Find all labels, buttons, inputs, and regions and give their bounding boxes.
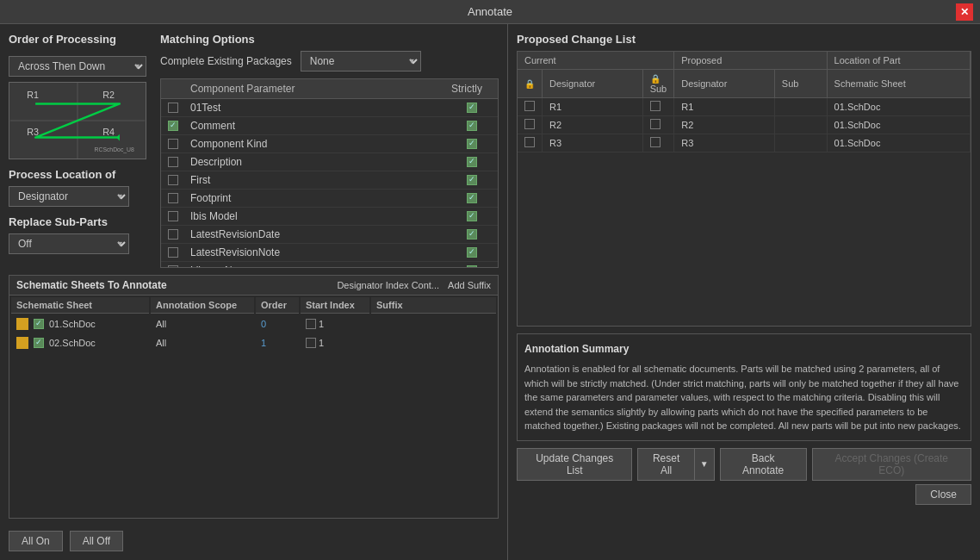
- current-sub-cb-r3[interactable]: [650, 137, 661, 147]
- proposed-sub-r2: [774, 116, 827, 134]
- order-of-processing-label: Order of Processing: [9, 33, 146, 46]
- proposed-row: R1 R1 01.SchDoc: [518, 98, 971, 116]
- checkbox-component-kind[interactable]: [168, 139, 178, 149]
- current-group-header: Current: [518, 52, 674, 70]
- strictly-description[interactable]: [467, 157, 477, 167]
- current-sub-cb-r1[interactable]: [650, 101, 661, 111]
- current-designator-r3: R3: [543, 134, 643, 152]
- row-checkbox-1[interactable]: [34, 319, 44, 329]
- proposed-row: R2 R2 01.SchDoc: [518, 116, 971, 134]
- accept-changes-button[interactable]: Accept Changes (Create ECO): [812, 448, 971, 481]
- param-name: Footprint: [185, 190, 446, 208]
- start-index-1: 1: [319, 319, 324, 329]
- strictly-01test[interactable]: [467, 103, 477, 113]
- sheets-title: Schematic Sheets To Annotate: [16, 279, 167, 291]
- proposed-designator-r2: R2: [674, 116, 775, 134]
- row-cb-r3[interactable]: [524, 137, 535, 147]
- order-of-processing-dropdown[interactable]: Across Then Down Down Then Across By X P…: [9, 56, 146, 77]
- row-cb-r1[interactable]: [524, 101, 535, 111]
- sheet-r2: 01.SchDoc: [827, 116, 970, 134]
- order-of-processing-dropdown-wrapper: Across Then Down Down Then Across By X P…: [9, 56, 146, 77]
- param-name: Comment: [185, 117, 446, 135]
- start-index-cb-2[interactable]: [306, 338, 316, 348]
- title-bar: Annotate ✕: [0, 0, 980, 24]
- row-cb-r2[interactable]: [524, 119, 535, 129]
- replace-sub-parts-dropdown[interactable]: Off On: [9, 233, 129, 254]
- strictly-first[interactable]: [467, 175, 477, 185]
- checkbox-ibis-model[interactable]: [168, 211, 178, 221]
- right-footer: Close: [517, 484, 971, 505]
- start-index-cb-1[interactable]: [306, 319, 316, 329]
- row-checkbox-2[interactable]: [34, 338, 44, 348]
- annotation-summary-text: Annotation is enabled for all schematic …: [524, 362, 964, 433]
- order-2: 1: [256, 334, 299, 352]
- process-location-dropdown[interactable]: Designator Comment: [9, 186, 129, 207]
- row-color-btn-2[interactable]: [16, 337, 28, 349]
- proposed-change-list-title: Proposed Change List: [517, 33, 971, 46]
- complete-existing-packages-dropdown[interactable]: None All By Parameter: [301, 51, 421, 72]
- strictly-ibis-model[interactable]: [467, 211, 477, 221]
- current-designator-r2: R2: [543, 116, 643, 134]
- checkbox-latest-revision-date[interactable]: [168, 229, 178, 240]
- checkbox-library-name[interactable]: [168, 265, 178, 268]
- sheet-r1: 01.SchDoc: [827, 98, 970, 116]
- table-row: 01Test: [161, 99, 498, 117]
- param-name: Component Kind: [185, 135, 446, 153]
- schematic-sheets-section: Schematic Sheets To Annotate Designator …: [9, 275, 499, 519]
- sheet-name-2: 02.SchDoc: [49, 338, 96, 348]
- table-row: Description: [161, 153, 498, 171]
- strictly-footprint[interactable]: [467, 193, 477, 203]
- reset-all-dropdown-arrow[interactable]: ▼: [694, 448, 715, 481]
- table-row: LatestRevisionNote: [161, 244, 498, 262]
- back-annotate-button[interactable]: Back Annotate: [720, 448, 807, 481]
- col-scope: Annotation Scope: [151, 297, 254, 314]
- checkbox-description[interactable]: [168, 157, 178, 167]
- strictly-latest-revision-note[interactable]: [467, 247, 477, 258]
- col-order: Order: [256, 297, 299, 314]
- strictly-comment[interactable]: [467, 121, 477, 131]
- checkbox-01test[interactable]: [168, 103, 178, 113]
- add-suffix-label: Add Suffix: [448, 280, 491, 290]
- param-name: LatestRevisionNote: [185, 244, 446, 262]
- start-index-2: 1: [319, 338, 324, 348]
- table-row: Component Kind: [161, 135, 498, 153]
- current-sub-cb-r2[interactable]: [650, 119, 661, 129]
- window-title: Annotate: [24, 5, 956, 18]
- checkbox-latest-revision-note[interactable]: [168, 247, 178, 258]
- checkbox-footprint[interactable]: [168, 193, 178, 203]
- table-row: Ibis Model: [161, 208, 498, 226]
- order-1: 0: [256, 315, 299, 333]
- col-suffix: Suffix: [371, 297, 496, 314]
- proposed-sub-r3: [774, 134, 827, 152]
- sheet-r3: 01.SchDoc: [827, 134, 970, 152]
- close-button[interactable]: Close: [915, 484, 971, 505]
- update-changes-list-button[interactable]: Update Changes List: [517, 448, 632, 481]
- table-row: First: [161, 171, 498, 190]
- scope-2: All: [151, 334, 254, 352]
- table-row: LatestRevisionDate: [161, 226, 498, 244]
- strictly-latest-revision-date[interactable]: [467, 229, 477, 240]
- annotation-summary-title: Annotation Summary: [524, 341, 964, 357]
- all-off-button[interactable]: All Off: [70, 531, 123, 551]
- col-strictly: Strictly: [446, 79, 498, 99]
- checkbox-comment[interactable]: [168, 121, 178, 131]
- checkbox-first[interactable]: [168, 175, 178, 185]
- location-group-header: Location of Part: [827, 52, 970, 70]
- col-current-sub: Sub: [650, 84, 667, 94]
- lock-icon-current: 🔒: [524, 79, 535, 89]
- strictly-library-name[interactable]: [467, 265, 477, 268]
- proposed-change-list: Current Proposed Location of Part 🔒 Desi…: [517, 51, 971, 327]
- component-parameter-table: Component Parameter Strictly 01Test: [160, 78, 499, 268]
- complete-existing-packages-label: Complete Existing Packages: [160, 55, 292, 67]
- svg-text:R2: R2: [102, 90, 115, 100]
- strictly-component-kind[interactable]: [467, 139, 477, 149]
- proposed-sub-r1: [774, 98, 827, 116]
- suffix-2: [371, 334, 496, 352]
- reset-all-button[interactable]: Reset All: [637, 448, 693, 481]
- row-color-btn-1[interactable]: [16, 318, 28, 330]
- proposed-designator-r3: R3: [674, 134, 775, 152]
- all-on-button[interactable]: All On: [9, 531, 63, 551]
- matching-options-label: Matching Options: [160, 33, 499, 46]
- table-row: Footprint: [161, 190, 498, 208]
- window-close-button[interactable]: ✕: [956, 3, 973, 21]
